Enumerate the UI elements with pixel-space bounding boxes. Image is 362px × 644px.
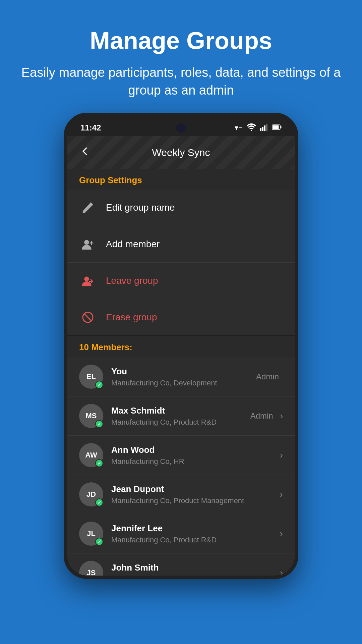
member-right: › [280,528,283,539]
svg-point-0 [251,130,252,131]
avatar: JL [79,522,103,546]
edit-group-name-label: Edit group name [106,202,175,213]
group-settings-header: Group Settings [67,169,295,190]
member-name: Jennifer Lee [111,523,280,534]
phone-screen: 11:42 ▾⌐ [67,116,295,576]
member-item[interactable]: MSMax SchmidtManufacturing Co, Product R… [67,396,295,436]
avatar: MS [79,404,103,428]
phone-mockup: 11:42 ▾⌐ [64,113,298,579]
member-item[interactable]: JLJennifer LeeManufacturing Co, Product … [67,514,295,553]
avatar: EL [79,365,103,389]
chevron-right-icon: › [280,411,283,421]
edit-group-name-item[interactable]: Edit group name [67,190,295,226]
wifi-icon: ▾⌐ [235,123,243,132]
member-role: Admin [250,411,273,421]
member-item[interactable]: AWAnn WoodManufacturing Co, HR› [67,436,295,475]
top-nav: Weekly Sync [67,136,295,169]
svg-point-8 [84,240,89,245]
member-right: Admin› [250,411,283,421]
member-name: Jean Dupont [111,484,280,494]
phone-notch [176,123,186,133]
members-label: 10 Members: [79,342,132,352]
svg-rect-7 [281,126,282,128]
member-org: Manufacturing Co, Engineering [111,575,280,576]
member-right: Admin [256,372,283,381]
chevron-right-icon: › [280,489,283,500]
svg-rect-2 [262,127,263,131]
svg-rect-6 [273,125,279,129]
member-info: Max SchmidtManufacturing Co, Product R&D [111,406,250,427]
svg-rect-3 [264,125,265,131]
add-member-item[interactable]: Add member [67,226,295,263]
leave-group-item[interactable]: Leave group [67,263,295,299]
member-right: › [280,489,283,500]
verified-badge [95,459,103,467]
battery-icon [272,124,282,131]
svg-rect-1 [260,128,261,131]
member-name: You [111,366,256,377]
group-settings-label: Group Settings [79,175,142,185]
chevron-right-icon: › [280,450,283,461]
ban-icon [79,309,97,326]
hero-section: Manage Groups Easily manage participants… [0,0,362,113]
member-org: Manufacturing Co, HR [111,457,280,466]
nav-title: Weekly Sync [93,147,269,158]
member-info: Ann WoodManufacturing Co, HR [111,445,280,466]
verified-badge [95,538,103,546]
member-name: Max Schmidt [111,406,250,416]
member-info: John SmithManufacturing Co, Engineering [111,562,280,576]
member-name: John Smith [111,562,280,573]
signal-icon [260,123,268,132]
phone-frame: 11:42 ▾⌐ [64,113,298,579]
avatar: JS [79,561,103,576]
leave-group-label: Leave group [106,275,158,286]
status-icons: ▾⌐ [235,123,282,132]
members-list: ELYouManufacturing Co, DevelopmentAdminM… [67,357,295,576]
member-org: Manufacturing Co, Product Management [111,496,280,505]
member-role: Admin [256,372,279,381]
svg-point-11 [84,277,89,281]
hero-subtitle: Easily manage participants, roles, data,… [20,64,342,99]
member-name: Ann Wood [111,445,280,455]
add-person-icon [79,235,97,253]
member-org: Manufacturing Co, Development [111,379,256,387]
avatar: AW [79,443,103,467]
member-info: YouManufacturing Co, Development [111,366,256,387]
member-info: Jennifer LeeManufacturing Co, Product R&… [111,523,280,544]
member-item[interactable]: JDJean DupontManufacturing Co, Product M… [67,475,295,514]
wifi-icon-symbol [247,123,256,132]
chevron-right-icon: › [280,528,283,539]
erase-group-item[interactable]: Erase group [67,299,295,335]
hero-title: Manage Groups [20,27,342,54]
verified-badge [95,420,103,428]
member-item[interactable]: JSJohn SmithManufacturing Co, Engineerin… [67,553,295,576]
verified-badge [95,381,103,389]
erase-group-label: Erase group [106,312,157,323]
member-org: Manufacturing Co, Product R&D [111,536,280,544]
back-button[interactable] [77,143,93,162]
settings-list: Edit group name Add member [67,190,295,335]
svg-rect-4 [266,124,267,131]
avatar: JD [79,482,103,506]
member-right: › [280,568,283,576]
pencil-icon [79,199,97,216]
verified-badge [95,498,103,506]
add-member-label: Add member [106,239,160,250]
member-info: Jean DupontManufacturing Co, Product Man… [111,484,280,505]
members-header: 10 Members: [67,336,295,357]
status-time: 11:42 [80,123,101,132]
member-org: Manufacturing Co, Product R&D [111,418,250,427]
leave-icon [79,272,97,289]
member-item[interactable]: ELYouManufacturing Co, DevelopmentAdmin [67,357,295,396]
svg-line-14 [84,314,92,321]
member-right: › [280,450,283,461]
chevron-right-icon: › [280,568,283,576]
